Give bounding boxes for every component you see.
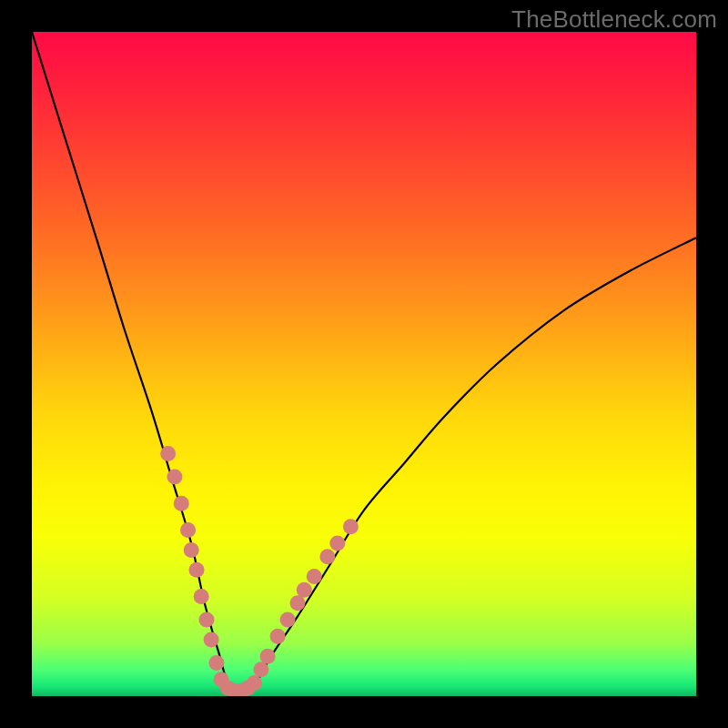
watermark: TheBottleneck.com bbox=[511, 5, 717, 34]
plot-area bbox=[32, 32, 696, 696]
chart-svg bbox=[32, 32, 696, 696]
data-point bbox=[180, 522, 196, 538]
data-point bbox=[260, 649, 276, 664]
data-point bbox=[194, 589, 209, 604]
data-point bbox=[189, 562, 205, 578]
data-point bbox=[280, 612, 296, 628]
data-point bbox=[270, 629, 286, 644]
data-points-group bbox=[160, 446, 359, 696]
data-point bbox=[198, 612, 214, 628]
data-point bbox=[208, 655, 224, 671]
data-point bbox=[247, 675, 262, 691]
data-point bbox=[204, 632, 219, 647]
data-point bbox=[307, 569, 322, 584]
data-point bbox=[297, 582, 312, 598]
data-point bbox=[167, 470, 182, 485]
data-point bbox=[290, 595, 306, 611]
data-point bbox=[343, 519, 359, 534]
data-point bbox=[160, 446, 176, 461]
data-point bbox=[319, 549, 335, 564]
data-point bbox=[184, 542, 199, 558]
data-point bbox=[253, 662, 268, 677]
chart-container: TheBottleneck.com bbox=[0, 0, 728, 728]
data-point bbox=[329, 536, 345, 551]
data-point bbox=[174, 496, 189, 511]
bottleneck-curve bbox=[32, 32, 696, 694]
